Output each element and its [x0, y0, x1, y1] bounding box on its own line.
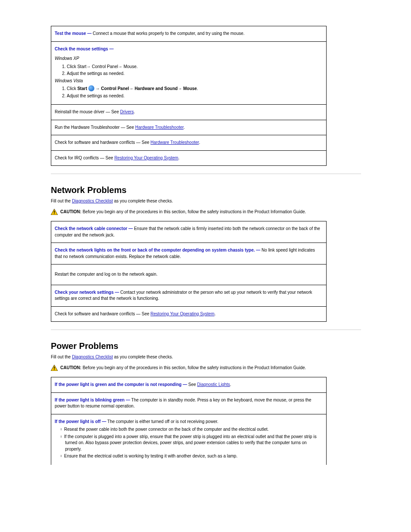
caution-icon: [51, 209, 58, 215]
section-intro: Fill out the Diagnostics Checklist as yo…: [51, 199, 361, 203]
svg-rect-5: [54, 369, 55, 370]
link-hw-troubleshooter[interactable]: Hardware Troubleshooter: [150, 140, 199, 145]
step: Click Start→ Control Panel→ Mouse.: [67, 64, 323, 70]
divider: [51, 174, 361, 174]
bullet-list: Reseat the power cable into both the pow…: [55, 426, 323, 460]
row-text: Restart the computer and log on to the n…: [55, 272, 157, 277]
step: Click Start → Control Panel→ Hardware an…: [67, 86, 323, 92]
intro-text: Fill out the: [51, 355, 72, 359]
link-diagnostic-lights[interactable]: Diagnostic Lights: [197, 382, 230, 387]
link-restore-os[interactable]: Restoring Your Operating System: [114, 156, 178, 160]
bullet: Reseat the power cable into both the pow…: [61, 426, 323, 433]
row-text: .: [215, 311, 216, 316]
steps-list: Click Start → Control Panel→ Hardware an…: [55, 86, 323, 99]
row-text: .: [134, 109, 135, 114]
step-text: Click Start: [67, 86, 88, 91]
row-text: .: [199, 140, 200, 145]
intro-text: as you complete these checks.: [113, 355, 173, 359]
bullet: Ensure that the electrical outlet is wor…: [61, 453, 323, 460]
os-label-xp: Windows XP: [55, 56, 79, 61]
svg-rect-1: [54, 211, 55, 213]
caution-text: Before you begin any of the procedures i…: [83, 365, 306, 370]
step: Adjust the settings as needed.: [67, 93, 323, 100]
section-title-network: Network Problems: [51, 185, 361, 195]
mouse-troubleshoot-table: Test the mouse — Connect a mouse that wo…: [51, 26, 327, 166]
intro-text: Fill out the: [51, 199, 72, 203]
os-label-vista: Windows Vista: [55, 78, 83, 83]
link-diagnostics-checklist[interactable]: Diagnostics Checklist: [72, 355, 113, 359]
caution-label: CAUTION:: [60, 209, 83, 214]
row-text: .: [184, 125, 185, 130]
row-body: The computer is either turned off or is …: [106, 419, 218, 424]
row-body: .: [230, 382, 231, 387]
section-title-power: Power Problems: [51, 341, 361, 351]
section-intro: Fill out the Diagnostics Checklist as yo…: [51, 355, 361, 359]
bullet: If the computer is plugged into a power …: [61, 434, 323, 453]
step: Adjust the settings as needed.: [67, 71, 323, 77]
intro-text: as you complete these checks.: [113, 199, 173, 203]
row-label: If the power light is green and the comp…: [55, 382, 187, 387]
row-body: Connect a mouse that works properly to t…: [91, 31, 244, 36]
row-label: Check the network lights on the front or…: [55, 248, 260, 252]
caution-icon: [51, 365, 58, 371]
svg-rect-2: [54, 213, 55, 214]
row-label: Check your network settings —: [55, 290, 119, 295]
caution-block: CAUTION: Before you begin any of the pro…: [51, 365, 361, 371]
row-text: Reinstall the mouse driver — See: [55, 109, 120, 114]
row-text: Run the Hardware Troubleshooter — See: [55, 125, 135, 130]
row-label: Test the mouse —: [55, 31, 91, 36]
divider: [51, 330, 361, 330]
link-drivers[interactable]: Drivers: [120, 109, 134, 114]
link-restore-os[interactable]: Restoring Your Operating System: [150, 311, 214, 316]
row-text: .: [178, 156, 180, 160]
power-troubleshoot-table: If the power light is green and the comp…: [51, 377, 327, 465]
row-text: Check for software and hardware conflict…: [55, 311, 150, 316]
row-text: Check for IRQ conflicts — See: [55, 156, 114, 160]
link-diagnostics-checklist[interactable]: Diagnostics Checklist: [72, 199, 113, 203]
caution-label: CAUTION:: [60, 365, 83, 370]
step-text: → Control Panel→ Hardware and Sound→ Mou…: [96, 86, 198, 91]
row-text: Check for software and hardware conflict…: [55, 140, 150, 145]
start-orb-icon: [88, 85, 94, 91]
steps-list: Click Start→ Control Panel→ Mouse. Adjus…: [55, 64, 323, 77]
svg-rect-4: [54, 367, 55, 369]
row-label: Check the mouse settings —: [55, 47, 114, 51]
network-troubleshoot-table: Check the network cable connector — Ensu…: [51, 221, 327, 322]
caution-text: Before you begin any of the procedures i…: [83, 209, 306, 214]
row-label: If the power light is off —: [55, 419, 106, 424]
row-body: See: [187, 382, 197, 387]
row-label: Check the network cable connector —: [55, 226, 133, 231]
row-label: If the power light is blinking green —: [55, 398, 130, 402]
caution-block: CAUTION: Before you begin any of the pro…: [51, 209, 361, 215]
link-hw-troubleshooter[interactable]: Hardware Troubleshooter: [135, 125, 184, 130]
